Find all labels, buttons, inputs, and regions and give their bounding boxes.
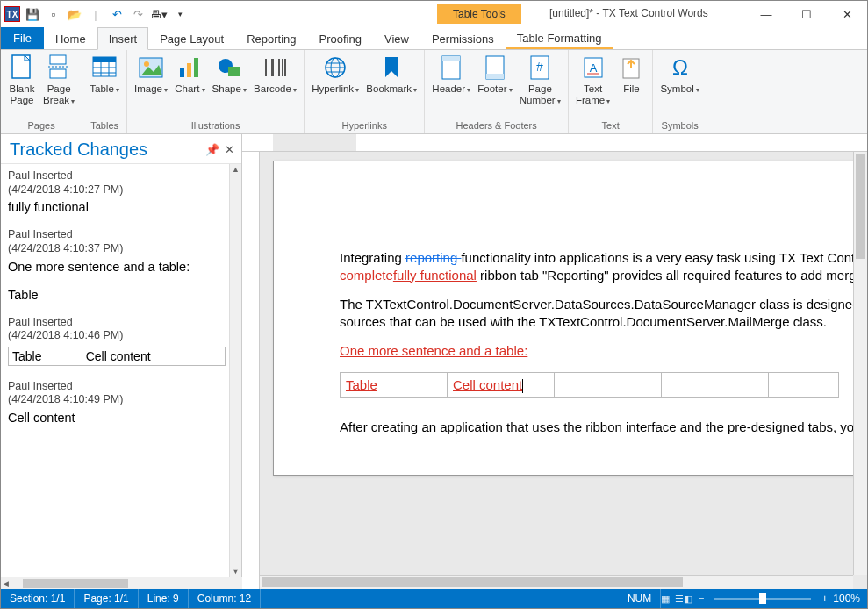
table-icon (90, 54, 118, 82)
svg-rect-14 (194, 58, 198, 77)
close-panel-icon[interactable]: ✕ (225, 143, 234, 156)
grid-view-icon[interactable]: ▦ (661, 593, 670, 605)
change-entry[interactable]: Paul Inserted (4/24/2018 4:10:49 PM) Cel… (1, 375, 229, 433)
ribbon-group-pages: Blank Page Page Break Pages (1, 50, 82, 133)
zoom-in-button[interactable]: + (821, 592, 828, 605)
text-frame-icon: A (579, 54, 607, 82)
image-button[interactable]: Image (131, 52, 171, 97)
barcode-button[interactable]: Barcode (250, 52, 300, 97)
svg-rect-16 (228, 67, 240, 76)
horizontal-ruler[interactable] (242, 134, 867, 152)
tab-proofing[interactable]: Proofing (308, 27, 373, 49)
print-icon[interactable]: 🖶▾ (150, 5, 168, 23)
label: Image (134, 83, 168, 95)
workspace: Tracked Changes 📌 ✕ Paul Inserted (4/24/… (1, 134, 867, 589)
shape-icon (215, 54, 243, 82)
document-vertical-scrollbar[interactable] (853, 152, 867, 575)
ribbon-tabs: File Home Insert Page Layout Reporting P… (1, 27, 867, 50)
shape-button[interactable]: Shape (209, 52, 251, 97)
change-entry[interactable]: Paul Inserted (4/24/2018 4:10:46 PM) Tab… (1, 311, 229, 375)
label: Chart (175, 83, 204, 95)
tab-view[interactable]: View (373, 27, 420, 49)
svg-rect-2 (50, 69, 66, 78)
close-button[interactable]: ✕ (827, 1, 867, 27)
file-button[interactable]: File (613, 52, 649, 97)
table-button[interactable]: Table (86, 52, 123, 97)
change-text: One more sentence and a table: Table (8, 260, 222, 302)
svg-rect-32 (486, 74, 504, 79)
panel-vertical-scrollbar[interactable]: ▲▼ (229, 164, 241, 577)
header-button[interactable]: Header (428, 52, 474, 97)
change-text: Cell content (8, 411, 222, 425)
svg-rect-1 (50, 55, 66, 64)
status-bar: Section: 1/1 Page: 1/1 Line: 9 Column: 1… (1, 589, 867, 608)
header-icon (437, 54, 465, 82)
pin-icon[interactable]: 📌 (205, 143, 219, 156)
status-line[interactable]: Line: 9 (139, 589, 189, 608)
zoom-level[interactable]: 100% (833, 592, 860, 605)
page-number-button[interactable]: # Page Number (516, 52, 564, 108)
paragraph: The TXTextControl.DocumentServer.DataSou… (340, 296, 867, 330)
document-page[interactable]: Integrating reporting functionality into… (273, 161, 867, 476)
bookmark-button[interactable]: Bookmark (362, 52, 420, 97)
empty-cell[interactable] (662, 372, 769, 398)
qat-more-icon[interactable]: ▾ (171, 5, 189, 23)
undo-icon[interactable]: ↶ (108, 5, 126, 23)
inserted-text: One more sentence and a table: (340, 343, 527, 358)
hyperlink-button[interactable]: Hyperlink (308, 52, 362, 97)
status-num[interactable]: NUM (619, 589, 661, 608)
footer-button[interactable]: Footer (474, 52, 515, 97)
group-label: Hyperlinks (308, 118, 420, 133)
new-doc-icon[interactable]: ▫ (45, 5, 62, 23)
status-column[interactable]: Column: 12 (189, 589, 261, 608)
open-icon[interactable]: 📂 (66, 5, 83, 23)
paragraph: After creating an application that uses … (340, 419, 867, 436)
change-timestamp: (4/24/2018 4:10:37 PM) (8, 242, 222, 256)
svg-rect-18 (269, 59, 269, 76)
paragraph: One more sentence and a table: (340, 342, 867, 360)
text-frame-button[interactable]: A Text Frame (572, 52, 613, 108)
svg-rect-20 (276, 59, 276, 76)
tab-file[interactable]: File (1, 27, 44, 49)
svg-rect-17 (265, 59, 267, 76)
document-horizontal-scrollbar[interactable] (260, 575, 853, 589)
layout-view-icon[interactable]: ☰◧ (675, 593, 692, 605)
page-break-button[interactable]: Page Break (39, 52, 78, 108)
document-table[interactable]: Table Cell content (340, 372, 839, 398)
bookmark-icon (377, 54, 405, 82)
symbol-button[interactable]: Ω Symbol (656, 52, 703, 97)
tab-reporting[interactable]: Reporting (235, 27, 307, 49)
table-tools-context-label: Table Tools (437, 4, 521, 24)
tab-table-formatting[interactable]: Table Formatting (506, 27, 613, 49)
deleted-text: reporting (405, 250, 461, 265)
tab-home[interactable]: Home (44, 27, 97, 49)
maximize-button[interactable]: ☐ (786, 1, 827, 27)
change-entry[interactable]: Paul Inserted (4/24/2018 4:10:37 PM) One… (1, 223, 229, 310)
empty-cell[interactable] (769, 372, 839, 398)
status-page[interactable]: Page: 1/1 (75, 589, 138, 608)
qat-separator: | (87, 5, 104, 23)
label: Table (90, 83, 119, 95)
blank-page-button[interactable]: Blank Page (4, 52, 39, 108)
redo-icon[interactable]: ↷ (129, 5, 147, 23)
inserted-text: Cell content (453, 377, 523, 392)
empty-cell[interactable] (555, 372, 662, 398)
vertical-ruler[interactable] (242, 152, 260, 589)
status-section[interactable]: Section: 1/1 (1, 589, 75, 608)
chart-button[interactable]: Chart (171, 52, 208, 97)
page-number-icon: # (526, 54, 554, 82)
tab-permissions[interactable]: Permissions (420, 27, 506, 49)
zoom-slider[interactable] (714, 598, 811, 600)
tab-page-layout[interactable]: Page Layout (148, 27, 235, 49)
svg-text:Ω: Ω (672, 55, 688, 79)
tab-insert[interactable]: Insert (97, 27, 149, 50)
zoom-out-button[interactable]: − (698, 592, 704, 605)
label: Header (432, 83, 470, 95)
save-icon[interactable]: 💾 (24, 5, 41, 23)
hyperlink-icon (321, 54, 349, 82)
change-entry[interactable]: Paul Inserted (4/24/2018 4:10:27 PM) ful… (1, 164, 229, 223)
change-timestamp: (4/24/2018 4:10:49 PM) (8, 393, 222, 407)
change-text: fully functional (8, 200, 222, 214)
minimize-button[interactable]: — (746, 1, 786, 27)
inserted-text: Table (346, 377, 377, 392)
